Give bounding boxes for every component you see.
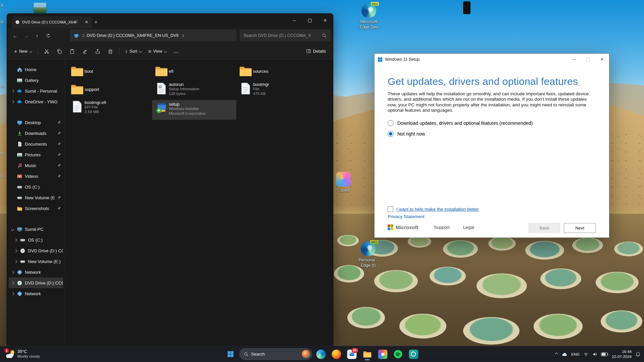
checkbox-icon[interactable] (388, 206, 393, 212)
file-tile-support[interactable]: support (68, 80, 152, 98)
refresh-button[interactable] (43, 30, 54, 41)
sidebar-item-home[interactable]: Home (9, 64, 63, 75)
next-button[interactable]: Next (564, 223, 596, 233)
desktop-thumbnail-icon[interactable] (34, 3, 46, 13)
paste-button[interactable] (66, 46, 78, 57)
explorer-search-input[interactable]: Search DVD Drive (D:) CCCOMA_X (240, 30, 330, 41)
minimize-button[interactable] (287, 14, 302, 27)
start-button[interactable] (224, 348, 237, 361)
taskbar-spotify-icon[interactable] (391, 348, 405, 361)
tray-chevron-up-icon[interactable] (555, 353, 558, 356)
language-indicator[interactable]: ENG (571, 352, 580, 356)
sidebar-item-network-2[interactable]: Network (9, 288, 63, 299)
dialog-title: Windows 11 Setup (385, 57, 419, 62)
battery-icon[interactable] (601, 352, 608, 356)
radio-download-updates[interactable]: Download updates, drivers and optional f… (388, 119, 592, 127)
file-tile-efi[interactable]: efi (152, 62, 236, 80)
sidebar-item-pictures[interactable]: Pictures (9, 149, 63, 160)
wifi-icon[interactable] (583, 352, 589, 357)
rename-button[interactable] (79, 46, 91, 57)
chevron-down-icon (139, 50, 142, 53)
sidebar-item-new-volume[interactable]: New Volume (E:) (9, 192, 63, 203)
taskbar-file-explorer-icon[interactable] (360, 348, 374, 361)
pin-icon (57, 206, 61, 210)
sidebar-item-downloads[interactable]: Downloads (9, 128, 63, 139)
new-tab-button[interactable]: + (92, 18, 100, 27)
dialog-minimize-button[interactable] (567, 54, 581, 65)
ellipsis-icon (174, 48, 179, 54)
desktop-icon-personal-edge[interactable]: DEV Personal - Edge (t) (353, 242, 384, 268)
weather-widget[interactable]: 1 35°C Mostly cloudy (3, 346, 43, 362)
notification-badge: 1 (4, 348, 9, 353)
tray-time: 16:44 (612, 349, 632, 354)
up-button[interactable]: ↑ (32, 30, 43, 41)
privacy-statement-link[interactable]: Privacy Statement (388, 214, 425, 219)
radio-not-right-now[interactable]: Not right now (388, 130, 592, 138)
cut-button[interactable] (41, 46, 53, 57)
view-button[interactable]: View (145, 46, 170, 57)
details-pane-button[interactable]: Details (303, 46, 329, 57)
volume-icon[interactable] (592, 352, 597, 357)
support-link[interactable]: Support (434, 225, 450, 230)
drive-icon (17, 184, 22, 190)
help-checkbox-row[interactable]: I want to help make the installation bet… (388, 206, 479, 212)
taskbar-photos-icon[interactable] (376, 348, 389, 361)
sidebar-item-documents[interactable]: Documents (9, 139, 63, 149)
radio-icon[interactable] (388, 120, 394, 126)
window-sliver (463, 1, 470, 14)
taskbar-teal-app-icon[interactable] (407, 348, 420, 361)
copy-button[interactable] (53, 46, 65, 57)
sidebar-item-dvd-drive-selected[interactable]: DVD Drive (D:) CCC (9, 277, 63, 288)
microsoft-brand: Microsoft (396, 224, 418, 230)
close-button[interactable] (317, 14, 333, 27)
explorer-tab[interactable]: DVD Drive (D:) CCCOMA_X64F (12, 16, 92, 28)
forward-button[interactable]: → (21, 30, 32, 41)
legal-link[interactable]: Legal (463, 225, 474, 230)
sort-button[interactable]: Sort (122, 46, 145, 57)
back-button[interactable]: Back (529, 223, 560, 233)
documents-icon (17, 141, 22, 147)
sidebar-item-onedrive-ywg[interactable]: OneDrive - YWG (9, 96, 63, 107)
sidebar-item-os-c[interactable]: OS (C:) (9, 182, 63, 192)
sidebar-item-music[interactable]: Music (9, 160, 63, 171)
sidebar-item-this-pc[interactable]: Sumit-PC (9, 224, 63, 235)
sidebar-item-dvd-drive-tree[interactable]: DVD Drive (D:) CC (12, 245, 63, 256)
onedrive-tray-icon[interactable] (561, 352, 567, 357)
file-tile-autorun[interactable]: autorun Setup Information 128 bytes (152, 80, 236, 100)
sidebar-item-screenshots[interactable]: Screenshots (9, 203, 63, 214)
file-tile-sources[interactable]: sources (236, 62, 320, 80)
dialog-close-button[interactable] (595, 54, 609, 65)
new-button[interactable]: New (11, 46, 35, 57)
maximize-button[interactable] (302, 14, 317, 27)
address-bar[interactable]: DVD Drive (D:) CCCOMA_X64FRE_EN-US_DV9 (70, 30, 236, 41)
file-tile-bootmgr[interactable]: bootmgr File 475 KB (236, 80, 320, 100)
sidebar-item-onedrive-personal[interactable]: Sumit - Personal (9, 86, 63, 96)
taskbar-mail-icon[interactable]: 53 (345, 348, 358, 361)
sidebar-item-videos[interactable]: Videos (9, 171, 63, 182)
file-tile-boot[interactable]: boot (68, 62, 152, 80)
taskbar-firefox-icon[interactable] (330, 348, 343, 361)
desktop-icon-edge-dev[interactable]: DEV Microsoft Edge Dev (353, 3, 384, 30)
share-button[interactable] (92, 46, 104, 57)
file-tile-bootmgr-efi[interactable]: bootmgr.efi EFI File 2.59 MB (68, 98, 152, 118)
clock[interactable]: 16:44 22-07-2024 (612, 349, 632, 359)
file-tile-setup-selected[interactable]: setup Windows Installer Microsoft Corpor… (152, 100, 236, 120)
file-icon (238, 83, 253, 95)
sidebar-item-desktop[interactable]: Desktop (9, 117, 63, 128)
delete-button[interactable] (104, 46, 116, 57)
notification-bell-icon[interactable] (635, 352, 641, 357)
more-options-button[interactable] (170, 46, 182, 57)
dialog-maximize-button[interactable] (581, 54, 595, 65)
sidebar-item-new-volume-tree[interactable]: New Volume (E:) (12, 256, 63, 267)
dialog-heading: Get updates, drivers and optional featur… (388, 76, 592, 87)
tab-close-icon[interactable] (84, 19, 90, 25)
sidebar-item-network[interactable]: Network (9, 267, 63, 277)
music-icon (17, 163, 22, 168)
radio-selected-icon[interactable] (388, 131, 394, 137)
back-button[interactable]: ← (10, 30, 21, 41)
sidebar-item-gallery[interactable]: Gallery (9, 75, 63, 86)
taskbar-search[interactable]: Search (239, 348, 312, 360)
taskbar-edge-icon[interactable] (314, 348, 328, 361)
sidebar-item-os-c-tree[interactable]: OS (C:) (12, 235, 63, 245)
pin-icon (57, 131, 61, 135)
